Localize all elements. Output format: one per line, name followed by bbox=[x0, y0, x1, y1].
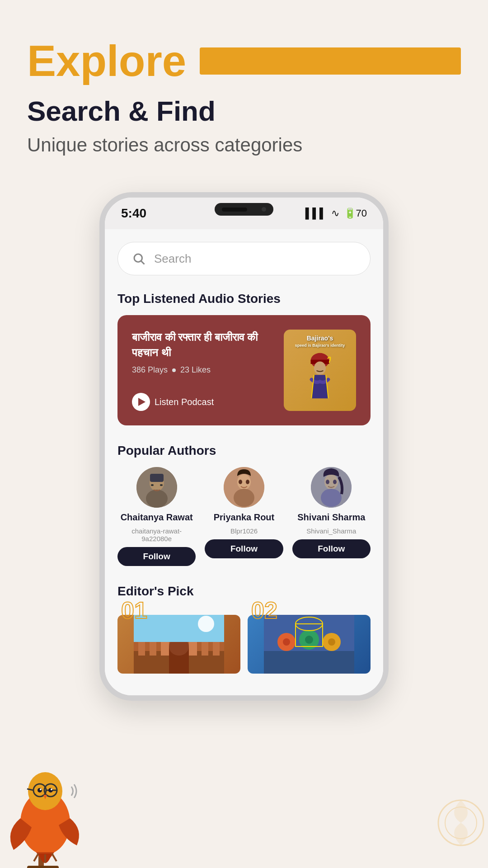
bird-mascot bbox=[0, 741, 90, 868]
author-name-2: Shivani Sharma bbox=[297, 512, 365, 523]
author-name-0: Chaitanya Rawat bbox=[121, 512, 193, 523]
follow-button-0[interactable]: Follow bbox=[117, 547, 196, 566]
top-listened-title: Top Listened Audio Stories bbox=[117, 292, 371, 306]
notch-pill bbox=[222, 208, 247, 212]
listen-podcast-button[interactable]: Listen Podcast bbox=[132, 393, 272, 411]
svg-point-0 bbox=[134, 254, 142, 262]
svg-rect-35 bbox=[264, 651, 354, 674]
search-find-heading: Search & Find bbox=[27, 95, 461, 127]
svg-point-19 bbox=[326, 480, 329, 484]
editors-pick-title: Editor's Pick bbox=[117, 584, 371, 599]
svg-line-58 bbox=[52, 854, 56, 861]
audio-likes: 23 Likes bbox=[180, 365, 211, 375]
svg-point-33 bbox=[198, 616, 214, 632]
svg-rect-45 bbox=[27, 866, 59, 868]
editor-number-0: 01 bbox=[121, 599, 147, 622]
author-avatar-2 bbox=[311, 467, 352, 508]
editors-pick-section: Editor's Pick 01 bbox=[117, 584, 371, 674]
svg-rect-28 bbox=[202, 640, 208, 656]
svg-line-1 bbox=[141, 261, 145, 264]
author-card-1: Priyanka Rout Blpr1026 Follow bbox=[205, 467, 283, 566]
svg-rect-24 bbox=[150, 640, 156, 656]
svg-point-52 bbox=[38, 788, 42, 793]
warrior-figure bbox=[300, 352, 340, 411]
svg-point-40 bbox=[305, 636, 313, 644]
wifi-icon: ∿ bbox=[331, 208, 339, 219]
status-icons: ▌▌▌ ∿ 🔋70 bbox=[305, 208, 367, 219]
audio-plays: 386 Plays bbox=[132, 365, 168, 375]
authors-list: Chaitanya Rawat chaitanya-rawat-9a22080e… bbox=[117, 467, 371, 566]
status-bar: 5:40 ▌▌▌ ∿ 🔋70 bbox=[105, 198, 383, 229]
editor-item-0[interactable]: 01 bbox=[117, 606, 240, 674]
play-triangle bbox=[138, 398, 145, 406]
play-button-icon bbox=[132, 393, 150, 411]
author-card-0: Chaitanya Rawat chaitanya-rawat-9a22080e… bbox=[117, 467, 196, 566]
search-bar[interactable]: Search bbox=[117, 242, 371, 275]
svg-point-39 bbox=[283, 638, 290, 646]
svg-point-55 bbox=[51, 788, 52, 790]
author-handle-2: Shivani_Sharma bbox=[306, 527, 356, 535]
svg-point-15 bbox=[246, 480, 249, 484]
author-avatar-0 bbox=[136, 467, 177, 508]
svg-rect-8 bbox=[151, 484, 154, 486]
editor-image-0 bbox=[117, 615, 240, 674]
author-handle-1: Blpr1026 bbox=[230, 527, 258, 535]
phone-content: Search Top Listened Audio Stories बाजीरा… bbox=[105, 229, 383, 695]
battery-level: 70 bbox=[356, 208, 367, 219]
svg-point-41 bbox=[328, 638, 335, 646]
subtitle-text: Unique stories across categories bbox=[27, 134, 461, 156]
search-icon bbox=[131, 250, 147, 267]
listen-podcast-label: Listen Podcast bbox=[155, 397, 214, 407]
battery-icon: 🔋70 bbox=[344, 208, 367, 219]
bajirao-title-line1: Bajirao's bbox=[287, 334, 352, 342]
author-card-2: Shivani Sharma Shivani_Sharma Follow bbox=[292, 467, 371, 566]
svg-point-18 bbox=[321, 489, 342, 507]
phone-mockup: 5:40 ▌▌▌ ∿ 🔋70 Se bbox=[99, 192, 389, 701]
author-handle-0: chaitanya-rawat-9a22080e bbox=[117, 527, 196, 542]
svg-point-20 bbox=[333, 480, 337, 484]
bottom-right-ornament bbox=[434, 778, 488, 868]
bajirao-book-cover: Bajirao's speed is Bajirao's identity bbox=[284, 330, 356, 411]
explore-title: Explore bbox=[27, 36, 186, 86]
audio-card[interactable]: बाजीराव की रफ्तार ही बाजीराव की पहचान थी… bbox=[117, 315, 371, 425]
phone-wrapper: 5:40 ▌▌▌ ∿ 🔋70 Se bbox=[0, 192, 488, 701]
follow-button-2[interactable]: Follow bbox=[292, 539, 371, 558]
author-avatar-1 bbox=[224, 467, 264, 508]
header-section: Explore Search & Find Unique stories acr… bbox=[0, 0, 488, 174]
popular-authors-title: Popular Authors bbox=[117, 443, 371, 458]
audio-card-image: Bajirao's speed is Bajirao's identity bbox=[279, 330, 356, 411]
audio-card-title: बाजीराव की रफ्तार ही बाजीराव की पहचान थी bbox=[132, 330, 272, 360]
explore-title-bar bbox=[200, 47, 461, 75]
author-name-1: Priyanka Rout bbox=[214, 512, 274, 523]
svg-point-4 bbox=[314, 361, 326, 375]
svg-point-13 bbox=[234, 489, 254, 507]
editors-grid: 01 bbox=[117, 606, 371, 674]
editor-number-1: 02 bbox=[251, 599, 277, 622]
search-input-placeholder[interactable]: Search bbox=[154, 252, 191, 266]
svg-point-53 bbox=[48, 788, 53, 793]
popular-authors-section: Popular Authors bbox=[117, 443, 371, 566]
meta-dot bbox=[172, 368, 176, 372]
svg-rect-23 bbox=[138, 642, 145, 656]
svg-rect-10 bbox=[150, 474, 164, 482]
svg-point-54 bbox=[40, 788, 42, 790]
notch-camera bbox=[262, 207, 266, 212]
status-time: 5:40 bbox=[121, 206, 146, 221]
audio-card-left: बाजीराव की रफ्तार ही बाजीराव की पहचान थी… bbox=[132, 330, 272, 411]
signal-icon: ▌▌▌ bbox=[305, 208, 327, 219]
bajirao-cover-title: Bajirao's speed is Bajirao's identity bbox=[287, 334, 352, 349]
notch bbox=[215, 203, 273, 216]
follow-button-1[interactable]: Follow bbox=[205, 539, 283, 558]
editor-image-1 bbox=[248, 615, 371, 674]
svg-rect-9 bbox=[160, 484, 163, 486]
svg-point-14 bbox=[239, 480, 242, 484]
svg-rect-29 bbox=[213, 642, 220, 656]
svg-point-7 bbox=[146, 490, 168, 508]
bajirao-subtitle-line: speed is Bajirao's identity bbox=[287, 343, 352, 349]
editor-item-1[interactable]: 02 bbox=[248, 606, 371, 674]
explore-title-container: Explore bbox=[27, 36, 461, 86]
svg-line-56 bbox=[34, 854, 38, 861]
audio-card-meta: 386 Plays 23 Likes bbox=[132, 365, 272, 375]
